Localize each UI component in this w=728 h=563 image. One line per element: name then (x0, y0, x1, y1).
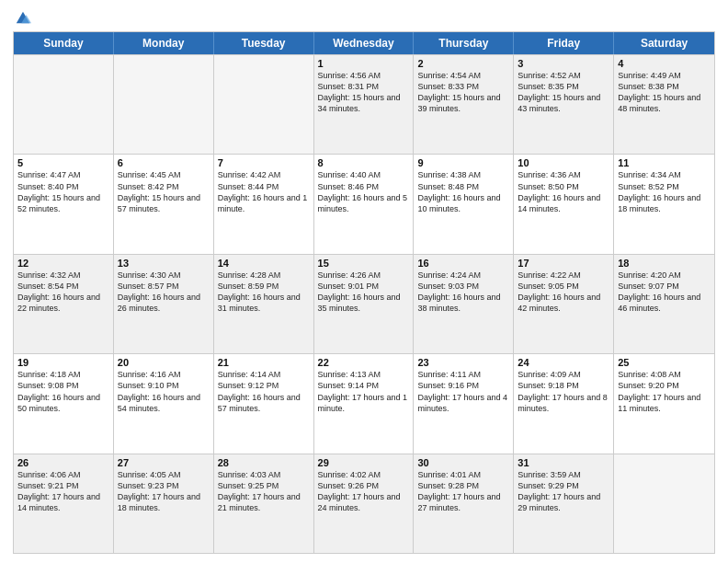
day-info: Sunrise: 4:34 AMSunset: 8:52 PMDaylight:… (618, 169, 711, 214)
cal-day-29: 29Sunrise: 4:02 AMSunset: 9:26 PMDayligh… (314, 454, 415, 553)
cal-header-tuesday: Tuesday (214, 32, 314, 54)
day-number: 29 (318, 457, 410, 468)
cal-day-20: 20Sunrise: 4:16 AMSunset: 9:10 PMDayligh… (114, 354, 214, 453)
cal-day-27: 27Sunrise: 4:05 AMSunset: 9:23 PMDayligh… (114, 454, 214, 553)
day-number: 21 (218, 357, 310, 368)
cal-day-9: 9Sunrise: 4:38 AMSunset: 8:48 PMDaylight… (414, 155, 514, 253)
day-number: 15 (318, 258, 410, 269)
day-info: Sunrise: 4:49 AMSunset: 8:38 PMDaylight:… (618, 70, 711, 115)
cal-day-8: 8Sunrise: 4:40 AMSunset: 8:46 PMDaylight… (314, 155, 415, 253)
day-number: 8 (318, 157, 410, 168)
cal-day-22: 22Sunrise: 4:13 AMSunset: 9:14 PMDayligh… (314, 354, 415, 453)
day-info: Sunrise: 4:08 AMSunset: 9:20 PMDaylight:… (618, 369, 711, 414)
day-info: Sunrise: 4:54 AMSunset: 8:33 PMDaylight:… (417, 70, 509, 115)
cal-header-friday: Friday (514, 32, 614, 54)
cal-day-1: 1Sunrise: 4:56 AMSunset: 8:31 PMDaylight… (314, 55, 415, 154)
day-number: 25 (618, 357, 711, 368)
cal-empty-cell (214, 55, 314, 154)
day-number: 3 (518, 58, 609, 69)
day-number: 16 (417, 258, 509, 269)
day-info: Sunrise: 3:59 AMSunset: 9:29 PMDaylight:… (518, 469, 609, 514)
calendar-week-5: 26Sunrise: 4:06 AMSunset: 9:21 PMDayligh… (14, 454, 714, 553)
cal-empty-cell (14, 55, 114, 154)
logo-text (13, 9, 31, 26)
day-info: Sunrise: 4:36 AMSunset: 8:50 PMDaylight:… (518, 169, 609, 214)
day-info: Sunrise: 4:13 AMSunset: 9:14 PMDaylight:… (318, 369, 410, 414)
day-info: Sunrise: 4:02 AMSunset: 9:26 PMDaylight:… (318, 469, 410, 514)
cal-day-11: 11Sunrise: 4:34 AMSunset: 8:52 PMDayligh… (614, 155, 714, 253)
cal-day-31: 31Sunrise: 3:59 AMSunset: 9:29 PMDayligh… (514, 454, 614, 553)
calendar-body: 1Sunrise: 4:56 AMSunset: 8:31 PMDaylight… (14, 54, 714, 553)
cal-day-12: 12Sunrise: 4:32 AMSunset: 8:54 PMDayligh… (14, 255, 114, 353)
cal-header-monday: Monday (114, 32, 214, 54)
cal-header-wednesday: Wednesday (314, 32, 415, 54)
day-info: Sunrise: 4:24 AMSunset: 9:03 PMDaylight:… (417, 270, 509, 315)
day-number: 4 (618, 58, 711, 69)
calendar-week-2: 5Sunrise: 4:47 AMSunset: 8:40 PMDaylight… (14, 154, 714, 253)
day-info: Sunrise: 4:30 AMSunset: 8:57 PMDaylight:… (118, 270, 210, 315)
cal-day-5: 5Sunrise: 4:47 AMSunset: 8:40 PMDaylight… (14, 155, 114, 253)
day-info: Sunrise: 4:22 AMSunset: 9:05 PMDaylight:… (518, 270, 609, 315)
day-info: Sunrise: 4:42 AMSunset: 8:44 PMDaylight:… (218, 169, 310, 214)
cal-day-30: 30Sunrise: 4:01 AMSunset: 9:28 PMDayligh… (414, 454, 514, 553)
day-number: 10 (518, 157, 609, 168)
day-info: Sunrise: 4:45 AMSunset: 8:42 PMDaylight:… (118, 169, 210, 214)
day-number: 12 (17, 258, 109, 269)
cal-day-25: 25Sunrise: 4:08 AMSunset: 9:20 PMDayligh… (614, 354, 714, 453)
cal-header-saturday: Saturday (614, 32, 714, 54)
day-info: Sunrise: 4:05 AMSunset: 9:23 PMDaylight:… (118, 469, 210, 514)
page: SundayMondayTuesdayWednesdayThursdayFrid… (0, 0, 728, 563)
day-info: Sunrise: 4:18 AMSunset: 9:08 PMDaylight:… (17, 369, 109, 414)
cal-header-thursday: Thursday (414, 32, 514, 54)
day-number: 13 (118, 258, 210, 269)
cal-day-24: 24Sunrise: 4:09 AMSunset: 9:18 PMDayligh… (514, 354, 614, 453)
cal-day-10: 10Sunrise: 4:36 AMSunset: 8:50 PMDayligh… (514, 155, 614, 253)
day-info: Sunrise: 4:32 AMSunset: 8:54 PMDaylight:… (17, 270, 109, 315)
calendar-week-4: 19Sunrise: 4:18 AMSunset: 9:08 PMDayligh… (14, 353, 714, 453)
day-info: Sunrise: 4:03 AMSunset: 9:25 PMDaylight:… (218, 469, 310, 514)
cal-day-28: 28Sunrise: 4:03 AMSunset: 9:25 PMDayligh… (214, 454, 314, 553)
calendar-week-3: 12Sunrise: 4:32 AMSunset: 8:54 PMDayligh… (14, 254, 714, 353)
cal-day-3: 3Sunrise: 4:52 AMSunset: 8:35 PMDaylight… (514, 55, 614, 154)
day-number: 18 (618, 258, 711, 269)
cal-day-19: 19Sunrise: 4:18 AMSunset: 9:08 PMDayligh… (14, 354, 114, 453)
day-number: 5 (17, 157, 109, 168)
day-info: Sunrise: 4:28 AMSunset: 8:59 PMDaylight:… (218, 270, 310, 315)
logo (13, 9, 31, 26)
day-number: 28 (218, 457, 310, 468)
cal-empty-cell (614, 454, 714, 553)
cal-day-16: 16Sunrise: 4:24 AMSunset: 9:03 PMDayligh… (414, 255, 514, 353)
calendar-header-row: SundayMondayTuesdayWednesdayThursdayFrid… (14, 32, 714, 54)
cal-day-21: 21Sunrise: 4:14 AMSunset: 9:12 PMDayligh… (214, 354, 314, 453)
day-number: 6 (118, 157, 210, 168)
day-number: 23 (417, 357, 509, 368)
header (13, 9, 715, 26)
calendar-week-1: 1Sunrise: 4:56 AMSunset: 8:31 PMDaylight… (14, 54, 714, 154)
cal-day-13: 13Sunrise: 4:30 AMSunset: 8:57 PMDayligh… (114, 255, 214, 353)
day-number: 24 (518, 357, 609, 368)
day-info: Sunrise: 4:47 AMSunset: 8:40 PMDaylight:… (17, 169, 109, 214)
cal-day-6: 6Sunrise: 4:45 AMSunset: 8:42 PMDaylight… (114, 155, 214, 253)
day-number: 30 (417, 457, 509, 468)
day-number: 22 (318, 357, 410, 368)
cal-day-7: 7Sunrise: 4:42 AMSunset: 8:44 PMDaylight… (214, 155, 314, 253)
day-info: Sunrise: 4:38 AMSunset: 8:48 PMDaylight:… (417, 169, 509, 214)
cal-day-18: 18Sunrise: 4:20 AMSunset: 9:07 PMDayligh… (614, 255, 714, 353)
cal-day-14: 14Sunrise: 4:28 AMSunset: 8:59 PMDayligh… (214, 255, 314, 353)
cal-day-26: 26Sunrise: 4:06 AMSunset: 9:21 PMDayligh… (14, 454, 114, 553)
cal-day-2: 2Sunrise: 4:54 AMSunset: 8:33 PMDaylight… (414, 55, 514, 154)
day-info: Sunrise: 4:56 AMSunset: 8:31 PMDaylight:… (318, 70, 410, 115)
cal-day-23: 23Sunrise: 4:11 AMSunset: 9:16 PMDayligh… (414, 354, 514, 453)
day-number: 31 (518, 457, 609, 468)
cal-day-15: 15Sunrise: 4:26 AMSunset: 9:01 PMDayligh… (314, 255, 415, 353)
day-number: 9 (417, 157, 509, 168)
day-info: Sunrise: 4:01 AMSunset: 9:28 PMDaylight:… (417, 469, 509, 514)
day-info: Sunrise: 4:11 AMSunset: 9:16 PMDaylight:… (417, 369, 509, 414)
day-number: 26 (17, 457, 109, 468)
day-number: 20 (118, 357, 210, 368)
day-number: 1 (318, 58, 410, 69)
day-number: 14 (218, 258, 310, 269)
cal-day-17: 17Sunrise: 4:22 AMSunset: 9:05 PMDayligh… (514, 255, 614, 353)
day-number: 27 (118, 457, 210, 468)
day-info: Sunrise: 4:06 AMSunset: 9:21 PMDaylight:… (17, 469, 109, 514)
